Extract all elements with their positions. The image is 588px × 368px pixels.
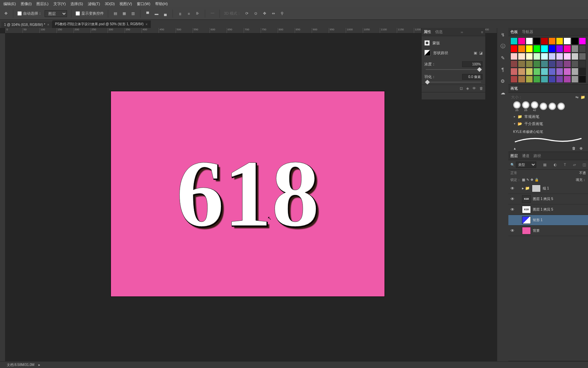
swatch[interactable]: [564, 45, 571, 52]
info-panel-icon[interactable]: ⓘ: [500, 43, 506, 50]
lock-position-icon[interactable]: ✥: [530, 178, 533, 182]
brush-preset[interactable]: [540, 103, 547, 110]
show-transform-checkbox[interactable]: 显示变换控件: [76, 11, 104, 16]
tab-document-1[interactable]: 1 @ 104% (618, RGB/8#) *×: [1, 21, 52, 28]
paragraph-panel-icon[interactable]: ¶: [500, 66, 506, 73]
brush-folder-dry[interactable]: ▾📂干介质画笔: [511, 120, 585, 127]
more-options-icon[interactable]: ⋯: [209, 11, 215, 17]
menu-layer[interactable]: 图层(L): [34, 1, 50, 7]
tab-paths[interactable]: 路径: [534, 153, 541, 158]
swatch[interactable]: [518, 60, 525, 67]
visibility-toggle-icon[interactable]: 👁: [510, 197, 515, 201]
swatch[interactable]: [571, 53, 578, 60]
visibility-toggle-icon[interactable]: 👁: [510, 207, 515, 212]
close-tab-icon[interactable]: ×: [47, 23, 49, 27]
swatch[interactable]: [518, 76, 525, 83]
tab-document-2[interactable]: PS教程-凹陷立体字设计效果.psd @ 50% (矩形 1, RGB/8#)×: [52, 20, 151, 28]
swatch[interactable]: [549, 76, 556, 83]
tab-info[interactable]: 信息: [435, 29, 443, 34]
align-top-icon[interactable]: ▀: [145, 11, 151, 17]
swatch[interactable]: [571, 76, 578, 83]
feather-slider[interactable]: [426, 82, 481, 82]
mask-invert-icon[interactable]: ◪: [479, 51, 483, 55]
swatch[interactable]: [564, 37, 571, 45]
align-bottom-icon[interactable]: ▄: [162, 11, 168, 17]
align-right-icon[interactable]: ▥: [130, 11, 136, 17]
brush-folder-icon[interactable]: 📁: [581, 95, 585, 99]
brush-preset[interactable]: [549, 103, 556, 110]
swatch[interactable]: [518, 68, 525, 75]
swatch[interactable]: [579, 37, 586, 45]
swatch[interactable]: [518, 37, 525, 45]
swatch[interactable]: [533, 53, 540, 60]
filter-adjustment-icon[interactable]: ◐: [554, 163, 557, 167]
layer-item[interactable]: 👁618图层 1 拷贝 5: [508, 204, 588, 215]
feather-input[interactable]: [462, 74, 483, 80]
filter-pixel-icon[interactable]: ▦: [543, 163, 546, 167]
layer-select-dropdown[interactable]: 图层: [45, 10, 67, 17]
brush-preset[interactable]: 25: [513, 101, 521, 112]
move-tool-icon[interactable]: ✥: [3, 11, 9, 17]
swatch[interactable]: [510, 45, 518, 52]
swatch[interactable]: [541, 68, 548, 75]
swatch[interactable]: [571, 45, 578, 52]
brush-preset[interactable]: [557, 103, 565, 110]
swatch[interactable]: [541, 53, 548, 60]
tab-swatches[interactable]: 色板: [510, 29, 518, 34]
visibility-toggle-icon[interactable]: 👁: [510, 228, 515, 233]
align-middle-icon[interactable]: ▬: [153, 11, 160, 17]
panel-collapse-icon[interactable]: ››: [461, 30, 463, 34]
canvas[interactable]: 618 618 618 ↖: [111, 91, 385, 296]
flip-x-icon[interactable]: ⇋: [575, 95, 578, 99]
menu-3d[interactable]: 3D(D): [103, 1, 117, 6]
menu-select[interactable]: 选择(S): [68, 1, 85, 7]
menu-type[interactable]: 文字(Y): [51, 1, 68, 7]
menu-filter[interactable]: 滤镜(T): [86, 1, 102, 7]
auto-select-checkbox[interactable]: 自动选择：: [17, 11, 42, 16]
lock-all-icon[interactable]: 🔒: [535, 178, 539, 182]
swatch[interactable]: [556, 37, 563, 45]
swatch[interactable]: [571, 60, 578, 67]
swatch[interactable]: [549, 60, 556, 67]
swatch[interactable]: [571, 68, 578, 75]
tab-properties[interactable]: 属性: [424, 29, 431, 34]
layer-item[interactable]: 👁▸ 📁组 1: [508, 183, 588, 194]
swatch[interactable]: [510, 37, 518, 45]
swatch[interactable]: [533, 37, 540, 45]
swatch[interactable]: [518, 53, 525, 60]
swatch[interactable]: [526, 60, 533, 67]
status-arrow-icon[interactable]: ▸: [38, 363, 40, 367]
distribute-v-icon[interactable]: ≡: [186, 11, 192, 17]
layer-item[interactable]: 👁背景: [508, 226, 588, 236]
swatch[interactable]: [556, 76, 563, 83]
close-tab-icon[interactable]: ×: [146, 22, 148, 26]
swatch[interactable]: [526, 45, 533, 52]
menu-help[interactable]: 帮助(H): [153, 1, 170, 7]
swatch[interactable]: [533, 60, 540, 67]
swatch[interactable]: [579, 76, 586, 83]
swatch[interactable]: [556, 45, 563, 52]
swatch[interactable]: [556, 53, 563, 60]
filter-smart-icon[interactable]: ◫: [583, 163, 586, 167]
align-center-h-icon[interactable]: ▦: [121, 11, 127, 17]
swatch[interactable]: [510, 76, 518, 83]
brush-angle-indicator[interactable]: ▴: [514, 146, 516, 151]
layer-filter-kind[interactable]: 类型: [516, 162, 536, 168]
swatch[interactable]: [571, 37, 578, 45]
new-brush-icon[interactable]: ⊕: [579, 146, 583, 151]
mask-apply-icon[interactable]: 👁: [472, 86, 476, 91]
swatch[interactable]: [510, 60, 518, 67]
distribute-spacing-icon[interactable]: ⊪: [195, 11, 201, 17]
swatch[interactable]: [556, 68, 563, 75]
swatch[interactable]: [533, 76, 540, 83]
visibility-toggle-icon[interactable]: 👁: [510, 186, 515, 191]
swatch[interactable]: [579, 45, 586, 52]
swatch[interactable]: [549, 37, 556, 45]
menu-image[interactable]: 图像(I): [19, 1, 34, 7]
swatch[interactable]: [533, 68, 540, 75]
swatch[interactable]: [549, 45, 556, 52]
swatch[interactable]: [541, 76, 548, 83]
delete-brush-icon[interactable]: 🗑: [572, 146, 576, 150]
swatch[interactable]: [549, 53, 556, 60]
distribute-h-icon[interactable]: ⫼: [177, 11, 183, 17]
